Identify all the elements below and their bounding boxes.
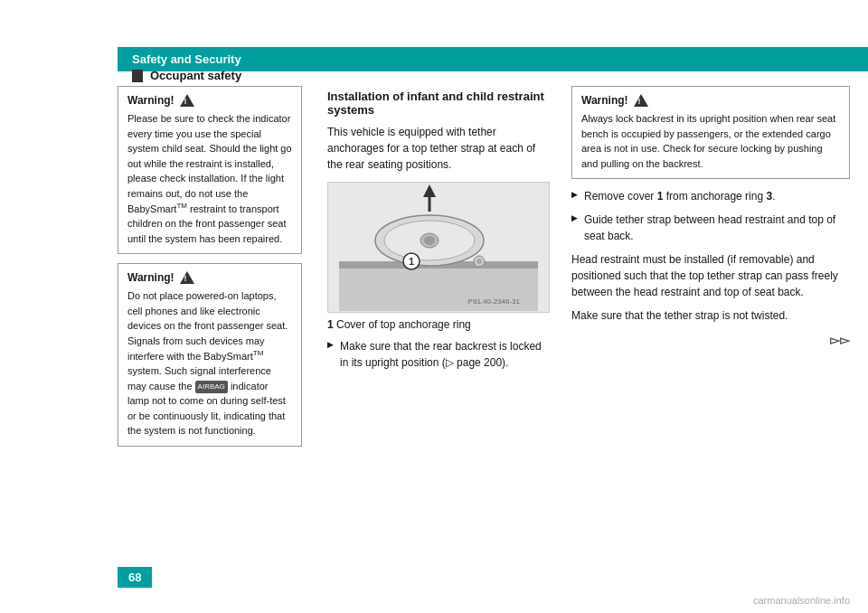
svg-point-5: [424, 236, 435, 245]
right-bullet-1: Remove cover 1 from anchorage ring 3.: [571, 188, 850, 204]
svg-text:P91.40-2346-31: P91.40-2346-31: [468, 297, 521, 306]
mid-column: Installation of infant and child restrai…: [316, 86, 561, 568]
warning-text-1: Please be sure to check the indicator ev…: [127, 111, 292, 246]
warning-title-2: Warning!: [127, 271, 292, 284]
right-bullet-2: Guide tether strap between head restrain…: [571, 212, 850, 244]
warning-text-right: Always lock backrest in its upright posi…: [581, 111, 840, 171]
warning-title-right: Warning!: [581, 94, 840, 107]
page-number: 68: [118, 567, 152, 588]
right-column: Warning! Always lock backrest in its upr…: [561, 86, 850, 568]
tether-svg: 1 P91.40-2346-31: [339, 184, 538, 311]
warning-text-2: Do not place powered-on laptops, cell ph…: [127, 288, 292, 439]
warning-title-1: Warning!: [127, 94, 292, 107]
watermark: carmanualsonline.info: [753, 595, 850, 606]
warning-box-1: Warning! Please be sure to check the ind…: [118, 86, 302, 254]
warning-label-1: Warning!: [127, 94, 175, 107]
left-column: Warning! Please be sure to check the ind…: [118, 86, 316, 568]
warning-label-2: Warning!: [127, 271, 175, 284]
warning-label-right: Warning!: [581, 94, 628, 107]
airbag-badge: AIRBAG: [195, 381, 228, 393]
right-para-1: Head restraint must be installed (if rem…: [571, 251, 850, 300]
mid-bullet-1: Make sure that the rear backrest is lock…: [327, 338, 550, 371]
right-para-2: Make sure that the tether strap is not t…: [571, 307, 850, 324]
main-content: Warning! Please be sure to check the ind…: [118, 86, 850, 568]
tether-illustration: 1 P91.40-2346-31: [327, 182, 550, 313]
section-title: Installation of infant and child restrai…: [327, 90, 550, 117]
warning-triangle-right: [634, 94, 648, 107]
subheader-bar: [132, 70, 143, 82]
figure-number: 1: [327, 318, 334, 331]
warning-triangle-2: [180, 271, 194, 284]
figure-caption: 1 Cover of top anchorage ring: [327, 318, 550, 331]
svg-text:1: 1: [409, 256, 414, 267]
subsection-header: Occupant safety: [118, 65, 256, 86]
figure-caption-text: Cover of top anchorage ring: [336, 318, 471, 331]
svg-marker-7: [423, 184, 436, 197]
warning-box-right: Warning! Always lock backrest in its upr…: [571, 86, 850, 179]
nav-arrow: ▻▻: [571, 333, 850, 347]
subsection-title: Occupant safety: [150, 69, 241, 82]
svg-point-9: [476, 259, 482, 264]
warning-triangle-1: [180, 94, 194, 107]
section-intro: This vehicle is equipped with tether anc…: [327, 124, 550, 173]
warning-box-2: Warning! Do not place powered-on laptops…: [118, 263, 302, 447]
